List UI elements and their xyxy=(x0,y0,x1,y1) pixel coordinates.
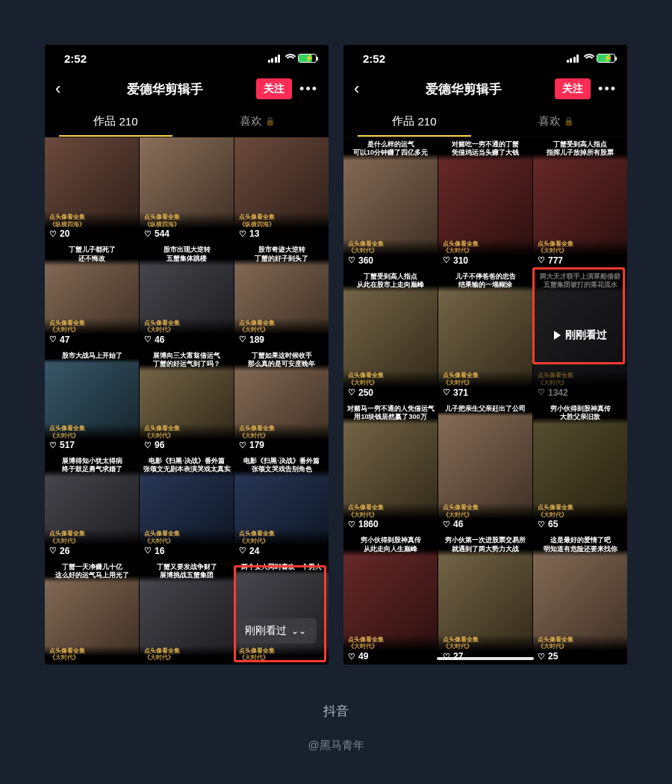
video-caption: 儿子把亲生父亲赶出了公司 xyxy=(438,402,532,416)
heart-icon: ♡ xyxy=(348,520,355,529)
heart-icon: ♡ xyxy=(348,652,355,662)
heart-icon: ♡ xyxy=(49,229,57,239)
lock-icon: 🔒 xyxy=(265,116,276,126)
video-subtitle: 点头像看全集《大时代》 xyxy=(443,240,528,255)
play-icon xyxy=(554,331,561,340)
video-thumbnail[interactable]: 两个女人同时喜欢一个男人点头像看全集《大时代》 xyxy=(234,560,329,665)
heart-icon: ♡ xyxy=(538,652,545,662)
video-caption: 是什么样的运气 可以10分钟赚了四亿多元 xyxy=(343,137,438,161)
video-thumbnail[interactable]: 儿子不停爸爸的忠告 结果输的一塌糊涂点头像看全集《大时代》♡371 xyxy=(438,270,532,401)
video-caption: 儿子不停爸爸的忠告 结果输的一塌糊涂 xyxy=(438,270,532,293)
heart-icon: ♡ xyxy=(348,388,355,397)
like-count: ♡310 xyxy=(443,255,528,266)
like-count: ♡371 xyxy=(443,388,528,398)
just-watched-pill[interactable]: 刚刚看过 ⌄⌄ xyxy=(234,618,317,644)
video-thumbnail[interactable]: 对赌马一穷不通的人凭借运气 用10块钱居然赢了300万点头像看全集《大时代》♡1… xyxy=(343,402,438,533)
video-subtitle: 点头像看全集《大时代》 xyxy=(443,504,528,518)
video-thumbnail[interactable]: 丁蟹一天净赚几十亿 这么好的运气马上用光了点头像看全集《大时代》 xyxy=(45,560,139,665)
more-icon[interactable]: ••• xyxy=(598,81,617,97)
just-watched-overlay[interactable]: 刚刚看过 xyxy=(533,270,627,401)
video-subtitle: 点头像看全集《大时代》 xyxy=(49,320,134,334)
back-icon[interactable]: ‹ xyxy=(354,79,372,99)
video-caption: 股市出现大逆转 五蟹集体跳楼 xyxy=(140,243,234,266)
more-icon[interactable]: ••• xyxy=(299,81,318,97)
video-thumbnail[interactable]: 丁蟹如果这时候收手 那么真的是可安度晚年点头像看全集《大时代》♡179 xyxy=(234,349,329,453)
credit-label: @黑马青年 xyxy=(0,738,672,753)
heart-icon: ♡ xyxy=(239,229,246,239)
right-phone: 2:52 ⚡ ‹ 爱德华剪辑手 关注 ••• 作品 210 喜欢 🔒 xyxy=(343,45,627,665)
video-subtitle: 点头像看全集《大时代》 xyxy=(144,320,229,334)
status-bar: 2:52 ⚡ xyxy=(45,45,329,72)
video-thumbnail[interactable]: 展博得知小犹太得病 终于鼓足勇气求婚了点头像看全集《大时代》♡26 xyxy=(45,454,139,559)
video-thumbnail[interactable]: 电影《扫黑·决战》番外篇 张颂文哭戏告别角色点头像看全集《大时代》♡24 xyxy=(234,454,329,559)
video-thumbnail[interactable]: 穷小伙得到股神真传 从此走向人生巅峰点头像看全集《大时代》♡49 xyxy=(343,533,438,665)
video-thumbnail[interactable]: 这是最好的爱情了吧 明知道有危险还要来找你点头像看全集《大时代》♡25 xyxy=(533,533,627,665)
follow-button[interactable]: 关注 xyxy=(256,78,292,99)
video-grid[interactable]: 是什么样的运气 可以10分钟赚了四亿多元点头像看全集《大时代》♡360对赌吃一穷… xyxy=(343,137,627,665)
status-time: 2:52 xyxy=(363,52,385,65)
video-caption: 丁蟹又要发战争财了 展博挑战五蟹集团 xyxy=(140,560,234,583)
tab-works[interactable]: 作品 210 xyxy=(45,106,187,137)
video-thumbnail[interactable]: 穷小伙得到股神真传 大胜父亲旧敌点头像看全集《大时代》♡65 xyxy=(533,402,627,533)
heart-icon: ♡ xyxy=(239,335,246,344)
video-thumbnail[interactable]: 股市大战马上开始了点头像看全集《大时代》♡517 xyxy=(45,349,139,453)
video-thumbnail[interactable]: 点头像看全集《纵横四海》♡544 xyxy=(140,137,234,242)
video-subtitle: 点头像看全集《大时代》 xyxy=(239,320,324,334)
like-count: ♡16 xyxy=(144,546,229,556)
video-caption: 丁蟹受到高人指点 从此在股市上走向巅峰 xyxy=(343,270,438,293)
video-grid[interactable]: 点头像看全集《纵横四海》♡20点头像看全集《纵横四海》♡544点头像看全集《纵横… xyxy=(45,137,329,665)
video-thumbnail[interactable]: 两大天才联手上演草船借箭 五蟹集团被打的落花流水点头像看全集《大时代》♡1342… xyxy=(533,270,627,401)
heart-icon: ♡ xyxy=(443,520,450,529)
like-count: ♡46 xyxy=(144,335,229,345)
like-count: ♡47 xyxy=(49,335,134,345)
video-thumbnail[interactable]: 展博向三大富翁借运气 丁蟹的好运气到了吗？点头像看全集《大时代》♡96 xyxy=(140,349,234,453)
video-thumbnail[interactable]: 点头像看全集《纵横四海》♡13 xyxy=(234,137,329,242)
follow-button[interactable]: 关注 xyxy=(555,78,591,99)
tab-likes[interactable]: 喜欢 🔒 xyxy=(485,106,627,137)
video-thumbnail[interactable]: 丁蟹儿子都死了 还不悔改点头像看全集《大时代》♡47 xyxy=(45,243,139,347)
video-subtitle: 点头像看全集《纵横四海》 xyxy=(239,214,324,228)
like-count: ♡544 xyxy=(144,228,229,239)
heart-icon: ♡ xyxy=(144,546,152,556)
like-count: ♡65 xyxy=(538,519,623,529)
heart-icon: ♡ xyxy=(144,335,152,344)
video-subtitle: 点头像看全集《纵横四海》 xyxy=(49,214,134,228)
video-caption: 丁蟹一天净赚几十亿 这么好的运气马上用光了 xyxy=(45,560,139,583)
video-thumbnail[interactable]: 电影《扫黑·决战》番外篇 张颂文无剧本表演哭戏太真实点头像看全集《大时代》♡16 xyxy=(140,454,234,559)
heart-icon: ♡ xyxy=(538,520,545,529)
video-thumbnail[interactable]: 丁蟹受到高人指点 从此在股市上走向巅峰点头像看全集《大时代》♡250 xyxy=(343,270,438,401)
video-caption: 这是最好的爱情了吧 明知道有危险还要来找你 xyxy=(533,533,627,556)
video-caption: 穷小伙得到股神真传 大胜父亲旧敌 xyxy=(533,402,627,425)
profile-tabs: 作品 210 喜欢 🔒 xyxy=(343,106,627,137)
heart-icon: ♡ xyxy=(443,388,450,397)
heart-icon: ♡ xyxy=(348,255,355,265)
like-count: ♡189 xyxy=(239,335,324,345)
video-caption: 对赌马一穷不通的人凭借运气 用10块钱居然赢了300万 xyxy=(343,402,438,425)
heart-icon: ♡ xyxy=(239,546,246,556)
tab-works[interactable]: 作品 210 xyxy=(343,106,485,137)
video-thumbnail[interactable]: 对赌吃一穷不通的丁蟹 凭借鸡运当头赚了大钱点头像看全集《大时代》♡310 xyxy=(438,137,532,269)
video-caption: 股市奇迹大逆转 丁蟹的好子到头了 xyxy=(234,243,329,266)
video-thumbnail[interactable]: 股市奇迹大逆转 丁蟹的好子到头了点头像看全集《大时代》♡189 xyxy=(234,243,329,347)
like-count: ♡96 xyxy=(144,440,229,450)
signal-icon xyxy=(567,55,579,63)
like-count: ♡360 xyxy=(348,255,433,266)
tab-likes[interactable]: 喜欢 🔒 xyxy=(187,106,329,137)
video-thumbnail[interactable]: 穷小伙第一次进股票交易所 就遇到了两大势力大战点头像看全集《大时代》♡27 xyxy=(438,533,532,665)
status-bar: 2:52 ⚡ xyxy=(343,45,627,72)
video-subtitle: 点头像看全集《大时代》 xyxy=(348,504,433,518)
video-thumbnail[interactable]: 丁蟹受到高人指点 指挥儿子放掉所有股票点头像看全集《大时代》♡777 xyxy=(533,137,627,269)
video-thumbnail[interactable]: 股市出现大逆转 五蟹集体跳楼点头像看全集《大时代》♡46 xyxy=(140,243,234,347)
video-thumbnail[interactable]: 点头像看全集《纵横四海》♡20 xyxy=(45,137,139,242)
video-caption: 穷小伙第一次进股票交易所 就遇到了两大势力大战 xyxy=(438,533,532,556)
back-icon[interactable]: ‹ xyxy=(55,79,73,99)
battery-icon: ⚡ xyxy=(597,54,615,63)
page-title: 爱德华剪辑手 xyxy=(73,81,256,98)
video-subtitle: 点头像看全集《大时代》 xyxy=(239,647,324,662)
video-thumbnail[interactable]: 儿子把亲生父亲赶出了公司点头像看全集《大时代》♡46 xyxy=(438,402,532,533)
video-thumbnail[interactable]: 丁蟹又要发战争财了 展博挑战五蟹集团点头像看全集《大时代》 xyxy=(140,560,234,665)
like-count: ♡20 xyxy=(49,228,134,239)
video-thumbnail[interactable]: 是什么样的运气 可以10分钟赚了四亿多元点头像看全集《大时代》♡360 xyxy=(343,137,438,269)
page-title: 爱德华剪辑手 xyxy=(372,81,555,98)
video-caption: 展博得知小犹太得病 终于鼓足勇气求婚了 xyxy=(45,454,139,477)
